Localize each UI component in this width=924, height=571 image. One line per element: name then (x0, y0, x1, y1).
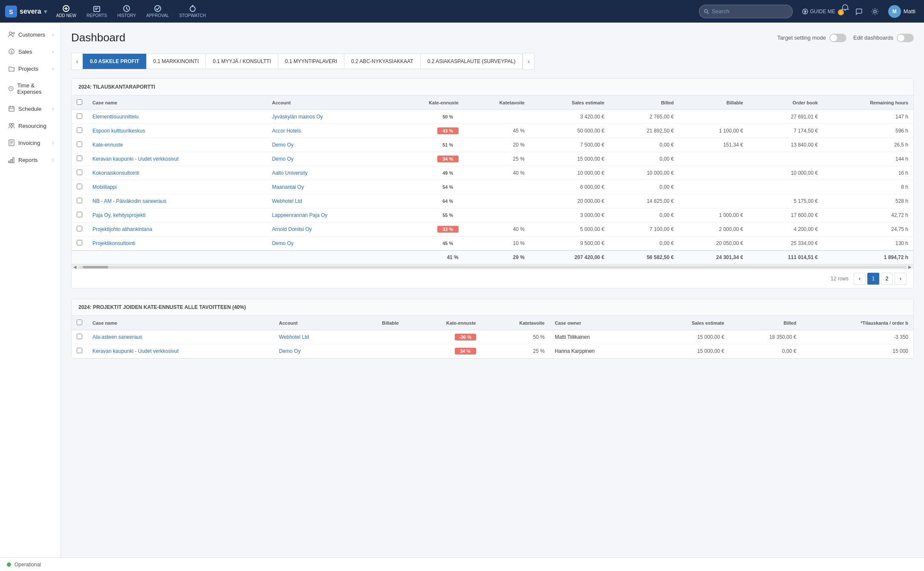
footer-remaining-hours: 1 894,72 h (823, 251, 913, 264)
row-checkbox[interactable] (72, 110, 87, 124)
billed-cell: 18 350,00 € (729, 330, 801, 344)
account-cell[interactable]: Webhotel Ltd (267, 194, 389, 208)
logo-expand-icon[interactable]: ▾ (44, 8, 47, 15)
kate-ennuste-cell: 34 % (404, 344, 481, 358)
account-cell[interactable]: Webhotel Ltd (274, 330, 352, 344)
kate-ennuste-cell: -36 % (404, 330, 481, 344)
row-checkbox[interactable] (72, 236, 87, 251)
row-checkbox[interactable] (72, 138, 87, 152)
search-input[interactable] (712, 8, 788, 14)
account-cell[interactable]: Demo Oy (267, 138, 389, 152)
rows-info: 12 rows (831, 276, 849, 282)
footer-billed: 56 582,50 € (609, 251, 679, 264)
chat-button[interactable] (852, 6, 865, 17)
scroll-track[interactable] (78, 266, 907, 268)
billed-cell: 0,00 € (609, 208, 679, 222)
account-cell[interactable]: Demo Oy (267, 236, 389, 251)
notification-button[interactable]: 1 (841, 4, 849, 19)
stopwatch-nav-button[interactable]: STOPWATCH (175, 3, 210, 20)
row-checkbox[interactable] (72, 194, 87, 208)
sidebar-item-reports[interactable]: Reports › (0, 151, 61, 168)
select-all-checkbox-2[interactable] (77, 320, 82, 325)
pct-badge: 34 % (455, 348, 476, 355)
case-name-cell[interactable]: NB - AM - Päiväkodin saneeraus (87, 194, 267, 208)
footer-order-book: 111 014,51 € (748, 251, 823, 264)
account-cell[interactable]: Arnold Donitsi Oy (267, 222, 389, 236)
account-cell[interactable]: Maanantai Oy (267, 180, 389, 194)
scroll-thumb[interactable] (83, 266, 108, 268)
case-name-cell[interactable]: Mobiiliappi (87, 180, 267, 194)
row-checkbox[interactable] (72, 166, 87, 180)
pct-badge: 64 % (437, 198, 459, 205)
case-name-cell[interactable]: Ala-asteen saneeraus (87, 330, 274, 344)
row-checkbox[interactable] (72, 330, 87, 344)
page-next-button[interactable]: › (895, 273, 907, 285)
svg-line-14 (707, 12, 709, 14)
history-nav-button[interactable]: HISTORY (113, 3, 140, 20)
settings-button[interactable] (869, 6, 881, 17)
case-name-cell[interactable]: Kokonaiskonsultointi (87, 166, 267, 180)
tab-1[interactable]: 0.1 MARKKINOINTI (146, 54, 206, 69)
account-cell[interactable]: Accor Hotels (267, 124, 389, 138)
tab-4[interactable]: 0.2 ABC-NYKYASIAKKAAT (344, 54, 421, 69)
account-cell[interactable]: Lappeenrannan Paja Oy (267, 208, 389, 222)
add-new-button[interactable]: ADD NEW (52, 3, 81, 20)
col-order-book: Order book (748, 95, 823, 110)
table1-scrollbar[interactable]: ◀ ▶ (72, 264, 913, 269)
tab-3[interactable]: 0.1 MYYNTIPALAVERI (278, 54, 344, 69)
sidebar-item-sales[interactable]: $ Sales › (0, 43, 61, 60)
reports-nav-button[interactable]: REPORTS (82, 3, 111, 20)
row-checkbox[interactable] (72, 152, 87, 166)
table2: Case name Account Billable Kate-ennuste … (72, 316, 913, 358)
sidebar-item-time-expenses[interactable]: Time & Expenses (0, 77, 61, 100)
row-checkbox[interactable] (72, 180, 87, 194)
account-cell[interactable]: Demo Oy (274, 344, 352, 358)
select-all-checkbox[interactable] (77, 99, 82, 105)
katetavoite-cell: 20 % (464, 138, 530, 152)
page-1-button[interactable]: 1 (867, 273, 879, 285)
sidebar-item-schedule[interactable]: Schedule › (0, 100, 61, 117)
tab-prev-button[interactable]: ‹ (71, 53, 83, 70)
case-name-cell[interactable]: Paja Oy, kehitysprojekti (87, 208, 267, 222)
schedule-icon (8, 105, 15, 112)
case-name-cell[interactable]: Keravan kaupunki - Uudet verkkosivut (87, 344, 274, 358)
account-cell[interactable]: Aalto University (267, 166, 389, 180)
user-menu[interactable]: M Matti (885, 3, 919, 20)
sidebar-item-customers[interactable]: Customers › (0, 26, 61, 43)
account-cell[interactable]: Demo Oy (267, 152, 389, 166)
row-checkbox[interactable] (72, 344, 87, 358)
tab-0[interactable]: 0.0 ASKELE PROFIT (83, 54, 147, 69)
approval-nav-button[interactable]: APPROVAL (142, 3, 173, 20)
target-setting-toggle[interactable] (829, 34, 846, 42)
row-checkbox[interactable] (72, 124, 87, 138)
edit-dashboards-toggle[interactable] (897, 34, 914, 42)
app-logo[interactable]: S severa ▾ (5, 6, 47, 17)
case-name-cell[interactable]: Projektikonsultointi (87, 236, 267, 251)
sales-estimate-cell: 50 000,00 € (530, 124, 609, 138)
sidebar-item-resourcing[interactable]: Resourcing (0, 117, 61, 134)
tab-5[interactable]: 0.2 ASIAKASPALAUTE (SURVEYPAL) (420, 54, 523, 69)
case-name-cell[interactable]: Kate-ennuste (87, 138, 267, 152)
tab-next-button[interactable]: › (523, 53, 534, 70)
tab-2[interactable]: 0.1 MYYJÄ / KONSULTTI (205, 54, 278, 69)
chevron-right-icon: › (52, 49, 54, 54)
sidebar-label-projects: Projects (18, 66, 38, 72)
row-checkbox[interactable] (72, 208, 87, 222)
search-bar[interactable] (699, 5, 793, 18)
order-book-cell: 17 600,00 € (748, 208, 823, 222)
dashboard-tabs: ‹ 0.0 ASKELE PROFIT 0.1 MARKKINOINTI 0.1… (71, 53, 914, 70)
row-checkbox[interactable] (72, 222, 87, 236)
page-prev-button[interactable]: ‹ (854, 273, 866, 285)
case-name-cell[interactable]: Espoon kulttuurikeskus (87, 124, 267, 138)
remaining-hours-cell: 42,72 h (823, 208, 913, 222)
case-name-cell[interactable]: Keravan kaupunki - Uudet verkkosivut (87, 152, 267, 166)
sidebar-item-projects[interactable]: Projects › (0, 60, 61, 77)
katetavoite-cell: 10 % (464, 236, 530, 251)
sidebar-item-invoicing[interactable]: Invoicing › (0, 134, 61, 151)
billed-cell: 21 892,50 € (609, 124, 679, 138)
case-name-cell[interactable]: Elementtisuunnittelu (87, 110, 267, 124)
case-name-cell[interactable]: Projektijohto alihankintana (87, 222, 267, 236)
account-cell[interactable]: Jyväskylän mainos Oy (267, 110, 389, 124)
guide-me-button[interactable]: ? GUIDE ME (800, 7, 837, 16)
page-2-button[interactable]: 2 (881, 273, 893, 285)
